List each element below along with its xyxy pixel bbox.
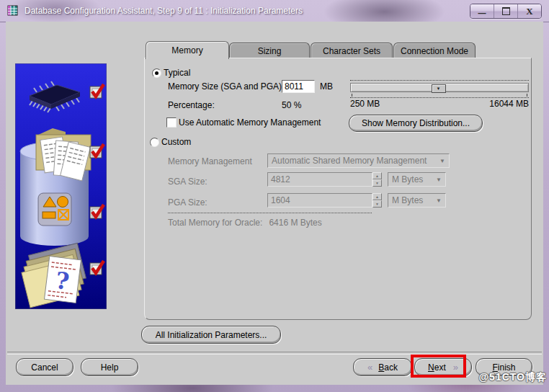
memory-size-unit: MB — [320, 81, 333, 92]
step-checkmark-4 — [90, 261, 104, 275]
cancel-button[interactable]: Cancel — [16, 358, 73, 376]
percentage-label: Percentage: — [168, 100, 215, 110]
custom-radio[interactable] — [150, 138, 159, 147]
back-button[interactable]: « Back — [353, 358, 412, 376]
tab-sizing[interactable]: Sizing — [229, 43, 310, 58]
next-chevron-icon: » — [453, 362, 458, 373]
step-checkmark-3 — [90, 205, 104, 218]
spinner-down-icon: ▼ — [372, 179, 382, 187]
memory-management-select: Automatic Shared Memory Management ▼ — [267, 153, 450, 168]
slider-tick-min — [352, 94, 352, 97]
pga-size-label: PGA Size: — [168, 197, 207, 208]
close-icon: X — [526, 6, 532, 17]
sga-size-field: 4812 — [267, 172, 372, 187]
watermark: @51CTO博客 — [478, 371, 547, 384]
slider-tick-max — [527, 94, 527, 97]
pga-size-field: 1604 — [267, 193, 372, 208]
minimize-icon: — — [478, 9, 486, 17]
wizard-progress-graphic: ? — [15, 63, 107, 309]
all-initialization-parameters-button[interactable]: All Initialization Parameters... — [141, 326, 281, 344]
show-memory-distribution-button[interactable]: Show Memory Distribution... — [349, 115, 483, 132]
minimize-button[interactable]: — — [470, 4, 494, 18]
window-controls: — X — [470, 4, 542, 19]
amm-checkbox[interactable] — [166, 117, 177, 128]
memory-tab-panel: Typical Memory Size (SGA and PGA): MB ▼ … — [144, 58, 532, 320]
pga-size-spinner: ▲ ▼ — [372, 193, 382, 208]
dropdown-arrow-icon: ▼ — [436, 197, 442, 204]
tab-character-sets[interactable]: Character Sets — [311, 43, 393, 58]
title-bar[interactable]: Database Configuration Assistant, Step 9… — [0, 0, 549, 22]
next-button[interactable]: Next » — [414, 358, 472, 376]
step-checkmark-1 — [90, 84, 104, 98]
custom-radio-label: Custom — [161, 137, 191, 147]
slider-thumb-arrow-icon: ▼ — [437, 86, 441, 91]
typical-radio[interactable] — [152, 68, 161, 78]
slider-max-label: 16044 MB — [489, 99, 529, 109]
step-checkmark-2 — [90, 144, 104, 158]
spinner-up-icon: ▲ — [372, 172, 382, 179]
slider-thumb[interactable]: ▼ — [432, 84, 446, 93]
total-memory-label: Total Memory for Oracle: — [168, 218, 262, 228]
slider-focus-line-bottom — [350, 97, 529, 98]
back-chevron-icon: « — [367, 362, 372, 373]
sga-size-label: SGA Size: — [168, 177, 207, 187]
close-button[interactable]: X — [518, 4, 541, 18]
memory-size-slider[interactable]: ▼ — [350, 80, 529, 100]
tab-memory[interactable]: Memory — [146, 41, 229, 59]
sga-size-spinner: ▲ ▼ — [372, 172, 382, 187]
pga-unit-select: M Bytes ▼ — [388, 193, 446, 208]
dropdown-arrow-icon: ▼ — [439, 158, 445, 164]
slider-focus-line-top — [350, 80, 529, 81]
memory-size-label: Memory Size (SGA and PGA): — [168, 81, 284, 92]
amm-checkbox-label: Use Automatic Memory Management — [179, 117, 321, 128]
memory-size-input[interactable] — [282, 80, 315, 93]
total-memory-value: 6416 M Bytes — [269, 218, 321, 228]
window-title: Database Configuration Assistant, Step 9… — [24, 6, 303, 16]
dbca-window: Database Configuration Assistant, Step 9… — [0, 0, 549, 392]
tab-connection-mode[interactable]: Connection Mode — [393, 43, 476, 58]
sga-unit-select: M Bytes ▼ — [388, 172, 446, 187]
spinner-down-icon: ▼ — [372, 200, 382, 208]
slider-min-label: 250 MB — [350, 99, 380, 109]
custom-section-divider — [168, 213, 372, 213]
maximize-icon — [502, 7, 510, 15]
footer-divider — [7, 352, 542, 354]
maximize-button[interactable] — [494, 4, 518, 18]
dropdown-arrow-icon: ▼ — [436, 177, 442, 183]
help-button[interactable]: Help — [81, 358, 138, 376]
spinner-up-icon: ▲ — [372, 193, 382, 200]
shapes-icon — [38, 193, 71, 226]
dbca-app-icon — [7, 5, 19, 17]
memory-management-label: Memory Management — [168, 156, 252, 166]
percentage-value: 50 % — [282, 100, 301, 110]
typical-radio-label: Typical — [164, 68, 190, 78]
